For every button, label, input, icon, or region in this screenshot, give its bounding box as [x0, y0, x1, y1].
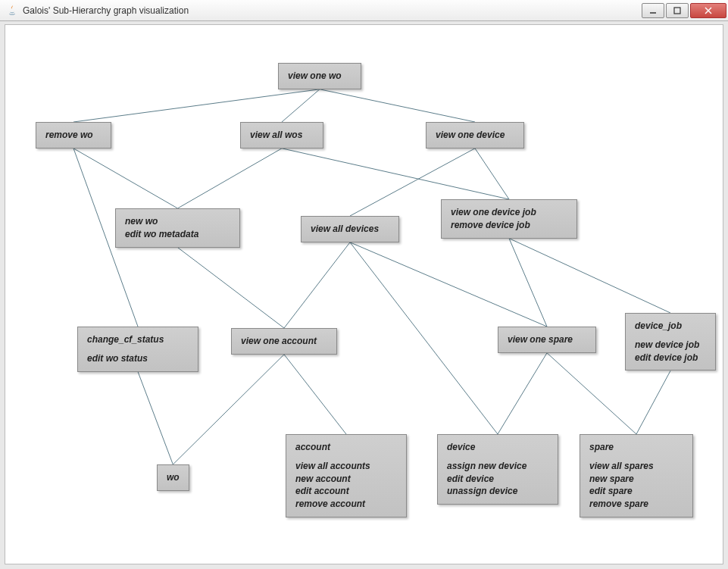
svg-line-24 [636, 370, 670, 434]
graph-node-label: edit device job [635, 352, 706, 364]
graph-node[interactable]: view all devices [301, 216, 399, 242]
svg-line-13 [178, 248, 285, 328]
graph-node-label: view all devices [311, 223, 389, 236]
svg-line-9 [178, 149, 283, 208]
svg-line-19 [138, 372, 173, 464]
svg-line-4 [73, 89, 320, 122]
graph-canvas[interactable]: view one woremove woview all wosview one… [5, 25, 723, 564]
graph-node-label: device [447, 441, 548, 454]
svg-line-21 [284, 355, 346, 434]
window-controls [640, 3, 726, 18]
graph-node-label: view one account [241, 335, 327, 348]
graph-node-label: new device job [635, 339, 706, 352]
graph-node-label: edit wo metadata [125, 228, 230, 241]
graph-node-label: edit account [295, 485, 397, 498]
graph-node[interactable]: view one account [231, 328, 337, 355]
graph-node[interactable]: spareview all sparesnew spareedit sparer… [580, 434, 693, 517]
svg-line-15 [350, 242, 547, 327]
graph-node-label: unassign device [447, 485, 548, 498]
graph-node[interactable]: view one wo [278, 63, 361, 89]
graph-node[interactable]: remove wo [36, 122, 111, 149]
graph-node[interactable]: view one device [426, 122, 524, 149]
graph-node-label: change_cf_status [87, 333, 189, 346]
svg-line-18 [509, 239, 670, 313]
graph-node-label: new wo [125, 215, 230, 228]
svg-line-17 [509, 239, 547, 327]
svg-line-14 [284, 242, 350, 328]
svg-rect-1 [674, 8, 680, 14]
graph-node-label: remove wo [45, 129, 102, 142]
client-area: view one woremove woview all wosview one… [5, 24, 723, 564]
graph-node-label: edit spare [589, 485, 683, 498]
graph-node[interactable]: view one device jobremove device job [441, 199, 577, 239]
svg-line-5 [282, 89, 320, 122]
graph-node-label: view one spare [508, 333, 586, 346]
graph-node-label: remove device job [451, 219, 567, 232]
graph-node-label: view one device job [451, 206, 567, 219]
graph-node-label: new account [295, 473, 397, 486]
graph-node-label: view all spares [589, 460, 683, 473]
graph-node-label: new spare [589, 473, 683, 486]
svg-line-23 [547, 353, 636, 434]
window-titlebar: Galois' Sub-Hierarchy graph visualizatio… [0, 0, 728, 21]
graph-node-label: remove spare [589, 498, 683, 511]
graph-node[interactable]: device_jobnew device jobedit device job [625, 313, 716, 370]
maximize-button[interactable] [666, 3, 689, 18]
svg-line-7 [73, 149, 178, 208]
window-title: Galois' Sub-Hierarchy graph visualizatio… [23, 5, 640, 16]
graph-node-label: view all accounts [295, 460, 397, 473]
svg-line-6 [320, 89, 475, 122]
graph-node[interactable]: change_cf_statusedit wo status [77, 327, 198, 372]
graph-node-label: view one device [436, 129, 514, 142]
graph-node[interactable]: accountview all accountsnew accountedit … [286, 434, 407, 517]
graph-node-label: remove account [295, 498, 397, 511]
graph-node-label: edit wo status [87, 352, 189, 365]
graph-node-label: account [295, 441, 397, 454]
graph-node-label: wo [167, 471, 180, 484]
svg-line-12 [475, 149, 509, 199]
svg-line-16 [350, 242, 498, 434]
graph-node-label: view one wo [288, 70, 352, 83]
java-icon [6, 5, 18, 17]
graph-node[interactable]: new woedit wo metadata [115, 208, 240, 248]
minimize-button[interactable] [642, 3, 664, 18]
graph-node[interactable]: view one spare [498, 327, 596, 353]
graph-node-label: spare [589, 441, 683, 454]
graph-node[interactable]: deviceassign new deviceedit deviceunassi… [437, 434, 558, 505]
graph-node-label: edit device [447, 473, 548, 486]
graph-node-label: view all wos [250, 129, 314, 142]
graph-node[interactable]: view all wos [240, 122, 323, 149]
close-button[interactable] [690, 3, 726, 18]
graph-node-label: device_job [635, 320, 706, 333]
svg-line-22 [498, 353, 547, 434]
graph-node-label: assign new device [447, 460, 548, 473]
graph-node[interactable]: wo [157, 464, 189, 491]
